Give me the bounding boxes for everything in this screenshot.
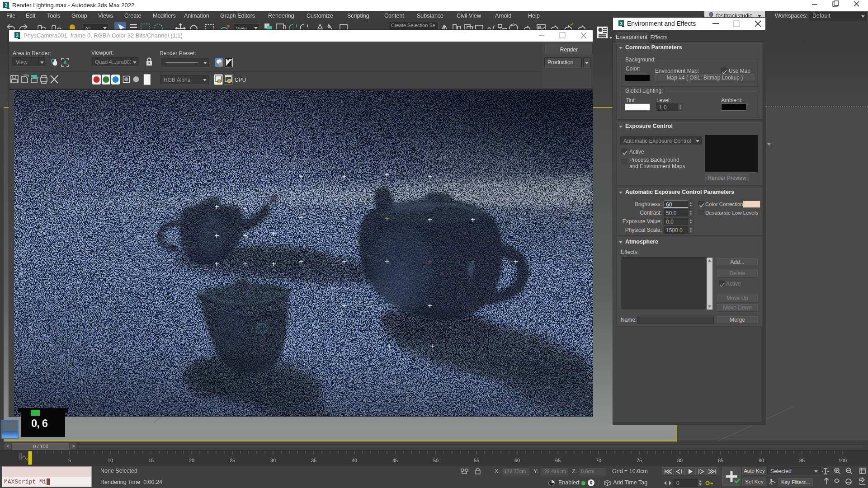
svg-text:90: 90	[759, 458, 764, 463]
svg-text:20: 20	[189, 458, 194, 463]
svg-text:75: 75	[637, 458, 642, 463]
svg-text:60: 60	[514, 458, 520, 463]
svg-text:80: 80	[677, 458, 683, 463]
svg-text:5: 5	[68, 458, 71, 463]
svg-text:40: 40	[352, 458, 357, 463]
svg-text:45: 45	[392, 458, 398, 463]
svg-text:70: 70	[596, 458, 601, 463]
svg-text:3: 3	[620, 21, 623, 26]
svg-text:65: 65	[555, 458, 561, 463]
svg-text:10: 10	[108, 458, 113, 463]
svg-text:85: 85	[718, 458, 723, 463]
svg-text:35: 35	[311, 458, 316, 463]
svg-text:95: 95	[799, 458, 805, 463]
svg-text:3: 3	[16, 33, 19, 38]
svg-text:100: 100	[839, 458, 847, 463]
svg-text:A: A	[63, 60, 66, 65]
svg-text:25: 25	[230, 458, 235, 463]
svg-text:50: 50	[433, 458, 439, 463]
svg-text:15: 15	[148, 458, 154, 463]
svg-text:30: 30	[270, 458, 276, 463]
svg-text:3: 3	[5, 2, 7, 8]
svg-text:55: 55	[474, 458, 479, 463]
